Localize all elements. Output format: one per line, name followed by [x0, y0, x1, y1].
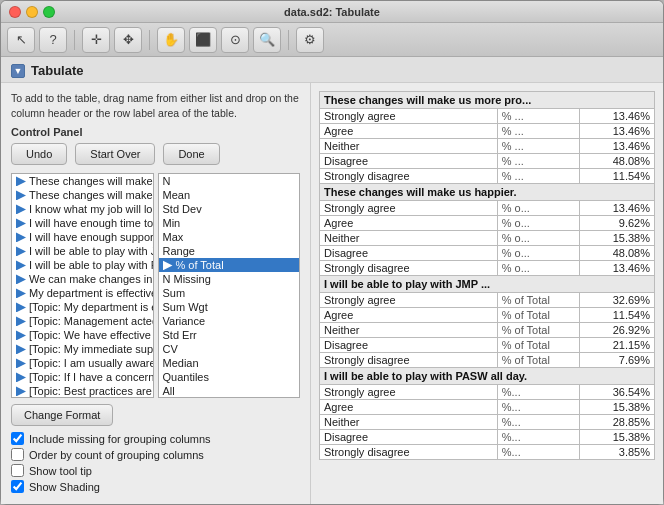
- list-item[interactable]: [Topic: I am usually aware of i...: [12, 356, 153, 370]
- select-tool-button[interactable]: ⬛: [189, 27, 217, 53]
- list-item[interactable]: I will be able to play with JMP ...: [12, 244, 153, 258]
- help-tool-button[interactable]: ?: [39, 27, 67, 53]
- section-header-text: These changes will make us more pro...: [320, 92, 655, 109]
- statistic-list-item[interactable]: CV: [159, 342, 300, 356]
- checkbox-1[interactable]: [11, 448, 24, 461]
- list-item[interactable]: I know what my job will look li...: [12, 202, 153, 216]
- statistic-list-item[interactable]: Sum: [159, 286, 300, 300]
- list-item[interactable]: [Topic: If I have a concern or w...: [12, 370, 153, 384]
- done-button[interactable]: Done: [163, 143, 219, 165]
- checkbox-0[interactable]: [11, 432, 24, 445]
- table-cell-0: Strongly disagree: [320, 353, 498, 368]
- table-section-header: These changes will make us happier.: [320, 184, 655, 201]
- checkbox-row-0: Include missing for grouping columns: [11, 432, 300, 445]
- checkbox-3[interactable]: [11, 480, 24, 493]
- table-cell-1: %...: [497, 430, 579, 445]
- table-row: Neither% o...15.38%: [320, 231, 655, 246]
- left-panel: To add to the table, drag name from eith…: [1, 83, 311, 504]
- minimize-button[interactable]: [26, 6, 38, 18]
- list-item[interactable]: [Topic: My department is effec...: [12, 300, 153, 314]
- undo-button[interactable]: Undo: [11, 143, 67, 165]
- checkbox-label-0: Include missing for grouping columns: [29, 433, 211, 445]
- table-row: Strongly agree% o...13.46%: [320, 201, 655, 216]
- checkbox-label-2: Show tool tip: [29, 465, 92, 477]
- list-item[interactable]: [Topic: My immediate supervis...: [12, 342, 153, 356]
- change-format-button[interactable]: Change Format: [11, 404, 113, 426]
- statistic-list-item[interactable]: N: [159, 174, 300, 188]
- statistic-list-item[interactable]: Max: [159, 230, 300, 244]
- table-row: Strongly agree% ...13.46%: [320, 109, 655, 124]
- table-cell-1: %...: [497, 445, 579, 460]
- toolbar-separator-2: [149, 30, 150, 50]
- table-cell-1: % o...: [497, 216, 579, 231]
- statistic-list-item[interactable]: N Missing: [159, 272, 300, 286]
- checkbox-row-1: Order by count of grouping columns: [11, 448, 300, 461]
- table-cell-2: 36.54%: [579, 385, 654, 400]
- statistics-list[interactable]: NMeanStd DevMinMaxRange% of TotalN Missi…: [158, 173, 301, 398]
- statistic-list-item[interactable]: % of Total: [159, 258, 300, 272]
- list-item-icon: [16, 176, 26, 186]
- list-item[interactable]: We can make changes in the co...: [12, 272, 153, 286]
- table-cell-2: 28.85%: [579, 415, 654, 430]
- body-split: To add to the table, drag name from eith…: [1, 83, 663, 504]
- list-item-icon: [16, 246, 26, 256]
- list-item[interactable]: I will be able to play with PASW...: [12, 258, 153, 272]
- checkbox-row-2: Show tool tip: [11, 464, 300, 477]
- list-item[interactable]: [Topic: Management acted on ...: [12, 314, 153, 328]
- list-item-icon: [16, 316, 26, 326]
- checkbox-row-3: Show Shading: [11, 480, 300, 493]
- table-cell-0: Strongly disagree: [320, 445, 498, 460]
- table-cell-0: Agree: [320, 216, 498, 231]
- table-row: Strongly disagree% ...11.54%: [320, 169, 655, 184]
- table-cell-0: Strongly agree: [320, 109, 498, 124]
- list-item[interactable]: My department is effective at it...: [12, 286, 153, 300]
- close-button[interactable]: [9, 6, 21, 18]
- statistic-list-item[interactable]: Median: [159, 356, 300, 370]
- control-panel-label: Control Panel: [11, 126, 300, 138]
- statistic-list-item[interactable]: Min: [159, 216, 300, 230]
- section-header-text: These changes will make us happier.: [320, 184, 655, 201]
- table-cell-2: 21.15%: [579, 338, 654, 353]
- list-item-icon: [16, 372, 26, 382]
- statistic-list-item[interactable]: All: [159, 384, 300, 398]
- statistic-list-item[interactable]: Sum Wgt: [159, 300, 300, 314]
- main-window: data.sd2: Tabulate ↖ ? ✛ ✥ ✋ ⬛ ⊙ 🔍 ⚙ ▼ T…: [0, 0, 664, 505]
- list-item[interactable]: These changes will make us ha...: [12, 188, 153, 202]
- list-item[interactable]: [Topic: Best practices are quic...: [12, 384, 153, 398]
- panel-collapse-icon[interactable]: ▼: [11, 64, 25, 78]
- titlebar: data.sd2: Tabulate: [1, 1, 663, 23]
- statistic-list-item[interactable]: Quantiles: [159, 370, 300, 384]
- start-over-button[interactable]: Start Over: [75, 143, 155, 165]
- statistic-list-item[interactable]: Mean: [159, 188, 300, 202]
- statistic-list-item[interactable]: Std Err: [159, 328, 300, 342]
- table-row: Disagree%...15.38%: [320, 430, 655, 445]
- annotation-tool-button[interactable]: ⚙: [296, 27, 324, 53]
- maximize-button[interactable]: [43, 6, 55, 18]
- list-item[interactable]: [Topic: We have effective inter...: [12, 328, 153, 342]
- table-cell-1: % o...: [497, 201, 579, 216]
- move-tool-button[interactable]: ✥: [114, 27, 142, 53]
- cursor-tool-button[interactable]: ↖: [7, 27, 35, 53]
- table-cell-1: % of Total: [497, 353, 579, 368]
- lasso-tool-button[interactable]: ⊙: [221, 27, 249, 53]
- variables-list[interactable]: These changes will make us mo...These ch…: [11, 173, 154, 398]
- checkbox-label-1: Order by count of grouping columns: [29, 449, 204, 461]
- list-item-icon: [16, 218, 26, 228]
- table-cell-0: Disagree: [320, 430, 498, 445]
- hand-tool-button[interactable]: ✋: [157, 27, 185, 53]
- crosshair-tool-button[interactable]: ✛: [82, 27, 110, 53]
- statistic-list-item[interactable]: Range: [159, 244, 300, 258]
- checkbox-2[interactable]: [11, 464, 24, 477]
- list-item-icon: [16, 358, 26, 368]
- statistic-list-item[interactable]: Variance: [159, 314, 300, 328]
- right-panel: These changes will make us more pro...St…: [311, 83, 663, 504]
- table-cell-2: 15.38%: [579, 231, 654, 246]
- list-item[interactable]: I will have enough time to wor...: [12, 216, 153, 230]
- instruction-text: To add to the table, drag name from eith…: [11, 91, 300, 120]
- list-item[interactable]: These changes will make us mo...: [12, 174, 153, 188]
- zoom-tool-button[interactable]: 🔍: [253, 27, 281, 53]
- list-item[interactable]: I will have enough support to v...: [12, 230, 153, 244]
- statistic-list-item[interactable]: Std Dev: [159, 202, 300, 216]
- table-cell-2: 13.46%: [579, 201, 654, 216]
- table-cell-0: Strongly disagree: [320, 261, 498, 276]
